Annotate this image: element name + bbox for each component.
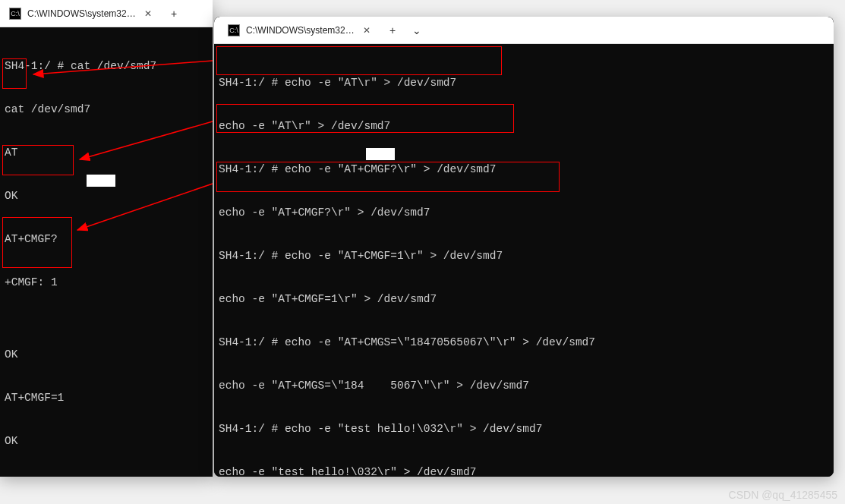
redaction-block [366,148,395,160]
term-line: OK [5,434,208,449]
term-line: SH4-1:/ # echo -e "AT+CMGS=\"18470565067… [219,335,829,350]
terminal-window-left: C:\ C:\WINDOWS\system32\cmd. ✕ + SH4-1:/… [0,0,213,477]
term-line: echo -e "test hello!\032\r" > /dev/smd7 [219,465,829,477]
term-line: AT+CMGF? [5,232,208,247]
term-line: echo -e "AT\r" > /dev/smd7 [219,119,829,134]
tab-dropdown-button[interactable]: ⌄ [405,19,428,42]
new-tab-button[interactable]: + [381,19,404,42]
terminal-content-left[interactable]: SH4-1:/ # cat /dev/smd7 cat /dev/smd7 AT… [0,27,213,477]
redaction-block [87,175,115,187]
new-tab-button[interactable]: + [162,2,185,25]
tab-bar: C:\ C:\WINDOWS\system32\cmd. ✕ + [0,0,213,27]
highlight-box [216,46,502,75]
term-line: echo -e "AT+CMGS=\"184 5067\"\r" > /dev/… [219,379,829,393]
tab-label: C:\WINDOWS\system32\cmd. [27,8,137,19]
term-line: echo -e "AT+CMGF=1\r" > /dev/smd7 [219,292,829,307]
term-line: echo -e "AT+CMGF?\r" > /dev/smd7 [219,206,829,220]
cmd-icon: C:\ [9,8,21,20]
term-line: cat /dev/smd7 [5,102,208,117]
tab-cmd[interactable]: C:\ C:\WINDOWS\system32\cmd. ✕ [220,19,380,42]
term-line: OK [5,189,208,203]
term-line: SH4-1:/ # echo -e "AT+CMGF=1\r" > /dev/s… [219,249,829,263]
watermark: CSDN @qq_41285455 [729,489,837,501]
term-line: AT+CMGF=1 [5,391,208,405]
terminal-window-right: C:\ C:\WINDOWS\system32\cmd. ✕ + ⌄ SH4-1… [214,17,834,477]
tab-label: C:\WINDOWS\system32\cmd. [246,25,355,36]
term-line: AT [5,146,208,160]
close-tab-icon[interactable]: ✕ [143,8,153,20]
term-line: OK [5,348,208,362]
term-line: SH4-1:/ # echo -e "test hello!\032\r" > … [219,422,829,436]
tab-cmd[interactable]: C:\ C:\WINDOWS\system32\cmd. ✕ [2,2,161,25]
term-line: SH4-1:/ # cat /dev/smd7 [5,59,208,74]
terminal-content-right[interactable]: SH4-1:/ # echo -e "AT\r" > /dev/smd7 ech… [214,44,834,477]
close-tab-icon[interactable]: ✕ [361,24,372,36]
term-line: +CMGF: 1 [5,276,208,290]
tab-bar: C:\ C:\WINDOWS\system32\cmd. ✕ + ⌄ [214,17,834,44]
term-line: SH4-1:/ # echo -e "AT+CMGF?\r" > /dev/sm… [219,162,829,177]
cmd-icon: C:\ [228,24,240,36]
term-line: SH4-1:/ # echo -e "AT\r" > /dev/smd7 [219,76,829,90]
